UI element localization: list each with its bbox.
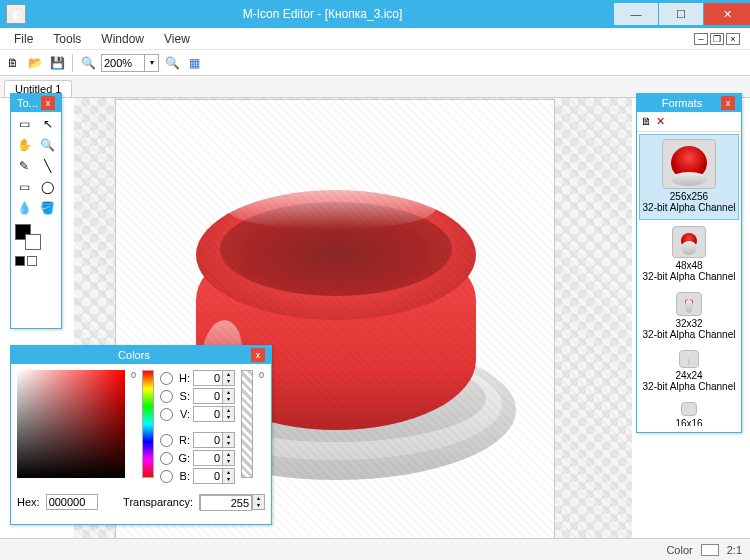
status-color-label: Color xyxy=(666,544,692,556)
tools-panel-title: To... xyxy=(17,97,38,109)
color-swatches xyxy=(11,220,61,270)
format-size: 256x256 xyxy=(642,191,736,202)
tool-hand-icon[interactable]: ✋ xyxy=(13,135,36,155)
zoom-icon[interactable]: 🔍 xyxy=(79,54,97,72)
status-bar: Color 2:1 xyxy=(0,538,750,560)
spin-up-icon[interactable]: ▴ xyxy=(222,371,234,378)
radio-s[interactable] xyxy=(160,390,173,403)
formats-list[interactable]: 256x256 32-bit Alpha Channel 48x48 32-bi… xyxy=(637,132,741,426)
radio-b[interactable] xyxy=(160,470,173,483)
menu-view[interactable]: View xyxy=(154,30,200,48)
hue-slider[interactable] xyxy=(142,370,154,478)
label-s: S: xyxy=(176,390,190,402)
tool-zoom-icon[interactable]: 🔍 xyxy=(37,135,60,155)
colors-panel-title: Colors xyxy=(17,349,251,361)
tool-rect-icon[interactable]: ▭ xyxy=(13,177,36,197)
colors-panel[interactable]: Colors x 0 H:▴▾ S:▴▾ V:▴▾ R:▴▾ G:▴▾ B:▴▾… xyxy=(10,345,272,525)
tool-fill-icon[interactable]: 🪣 xyxy=(37,198,60,218)
input-g[interactable] xyxy=(194,451,222,465)
zoom-fit-icon[interactable]: 🔍 xyxy=(163,54,181,72)
input-b[interactable] xyxy=(194,469,222,483)
window-title: M-Icon Editor - [Кнопка_3.ico] xyxy=(32,7,613,21)
format-depth: 32-bit Alpha Channel xyxy=(639,271,739,282)
alpha-slider[interactable] xyxy=(241,370,253,478)
format-size: 32x32 xyxy=(639,318,739,329)
radio-h[interactable] xyxy=(160,372,173,385)
maximize-button[interactable]: ☐ xyxy=(659,3,703,25)
open-file-icon[interactable]: 📂 xyxy=(26,54,44,72)
tool-pointer-icon[interactable]: ↖ xyxy=(37,114,60,134)
format-depth: 32-bit Alpha Channel xyxy=(639,381,739,392)
panel-close-icon[interactable]: x xyxy=(251,348,265,362)
format-item[interactable]: 32x32 32-bit Alpha Channel xyxy=(637,288,741,346)
transparency-label: Transparancy: xyxy=(123,496,193,508)
mini-swatch-black[interactable] xyxy=(15,256,25,266)
formats-panel[interactable]: Formats x 🗎 ✕ 256x256 32-bit Alpha Chann… xyxy=(636,93,742,433)
close-button[interactable]: ✕ xyxy=(704,3,750,25)
add-format-icon[interactable]: 🗎 xyxy=(641,115,652,128)
new-file-icon[interactable]: 🗎 xyxy=(4,54,22,72)
radio-g[interactable] xyxy=(160,452,173,465)
color-field[interactable] xyxy=(17,370,125,478)
tool-line-icon[interactable]: ╲ xyxy=(37,156,60,176)
format-item[interactable]: 256x256 32-bit Alpha Channel xyxy=(639,134,739,220)
format-size: 48x48 xyxy=(639,260,739,271)
input-r[interactable] xyxy=(194,433,222,447)
mdi-minimize-icon[interactable]: – xyxy=(694,33,708,45)
label-g: G: xyxy=(176,452,190,464)
input-s[interactable] xyxy=(194,389,222,403)
label-v: V: xyxy=(176,408,190,420)
main-toolbar: 🗎 📂 💾 🔍 ▾ 🔍 ▦ xyxy=(0,50,750,76)
format-thumb-icon xyxy=(681,402,697,416)
transparency-input[interactable] xyxy=(200,495,252,511)
title-bar: ◧ M-Icon Editor - [Кнопка_3.ico] — ☐ ✕ xyxy=(0,0,750,28)
input-v[interactable] xyxy=(194,407,222,421)
toolbar-separator xyxy=(72,54,73,72)
background-swatch[interactable] xyxy=(25,234,41,250)
format-item[interactable]: 16x16 32-bit Alpha Channel xyxy=(637,398,741,426)
label-h: H: xyxy=(176,372,190,384)
tools-panel[interactable]: To... x ▭ ↖ ✋ 🔍 ✎ ╲ ▭ ◯ 💧 🪣 xyxy=(10,93,62,329)
grid-icon[interactable]: ▦ xyxy=(185,54,203,72)
hex-label: Hex: xyxy=(17,496,40,508)
tool-eyedropper-icon[interactable]: 💧 xyxy=(13,198,36,218)
menu-tools[interactable]: Tools xyxy=(43,30,91,48)
tool-ellipse-icon[interactable]: ◯ xyxy=(37,177,60,197)
menu-bar: File Tools Window View – ❐ × xyxy=(0,28,750,50)
mdi-close-icon[interactable]: × xyxy=(726,33,740,45)
status-zoom-ratio: 2:1 xyxy=(727,544,742,556)
tool-pencil-icon[interactable]: ✎ xyxy=(13,156,36,176)
panel-close-icon[interactable]: x xyxy=(721,96,735,110)
minimize-button[interactable]: — xyxy=(614,3,658,25)
app-icon: ◧ xyxy=(6,4,26,24)
spin-down-icon[interactable]: ▾ xyxy=(222,378,234,385)
chevron-down-icon[interactable]: ▾ xyxy=(144,55,158,71)
format-depth: 32-bit Alpha Channel xyxy=(639,329,739,340)
zoom-combo[interactable]: ▾ xyxy=(101,54,159,72)
alpha-zero-label: 0 xyxy=(259,370,264,484)
format-item[interactable]: 24x24 32-bit Alpha Channel xyxy=(637,346,741,398)
tool-select-rect-icon[interactable]: ▭ xyxy=(13,114,36,134)
mdi-restore-icon[interactable]: ❐ xyxy=(710,33,724,45)
save-file-icon[interactable]: 💾 xyxy=(48,54,66,72)
formats-panel-title: Formats xyxy=(643,97,721,109)
format-depth: 32-bit Alpha Channel xyxy=(642,202,736,213)
input-h[interactable] xyxy=(194,371,222,385)
zoom-input[interactable] xyxy=(102,55,144,71)
delete-format-icon[interactable]: ✕ xyxy=(656,115,665,128)
menu-window[interactable]: Window xyxy=(91,30,154,48)
menu-file[interactable]: File xyxy=(4,30,43,48)
mini-swatch-white[interactable] xyxy=(27,256,37,266)
status-color-swatch[interactable] xyxy=(701,544,719,556)
panel-close-icon[interactable]: x xyxy=(41,96,55,110)
radio-r[interactable] xyxy=(160,434,173,447)
radio-v[interactable] xyxy=(160,408,173,421)
label-b: B: xyxy=(176,470,190,482)
format-thumb-icon xyxy=(676,292,702,316)
format-item[interactable]: 48x48 32-bit Alpha Channel xyxy=(637,222,741,288)
hex-input[interactable] xyxy=(46,494,98,510)
format-thumb-icon xyxy=(679,350,699,368)
format-size: 16x16 xyxy=(639,418,739,426)
format-size: 24x24 xyxy=(639,370,739,381)
format-thumb-icon xyxy=(672,226,706,258)
